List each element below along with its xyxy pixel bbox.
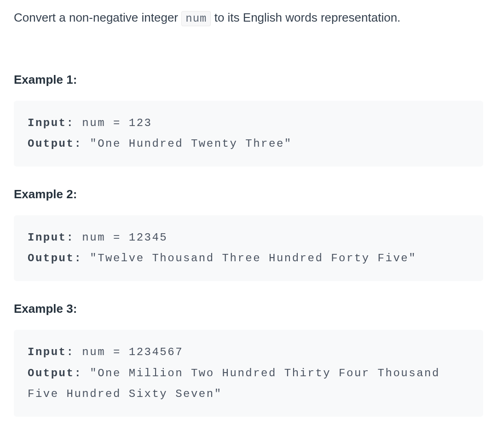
example-output-line: Output: "One Hundred Twenty Three"	[28, 133, 469, 155]
input-label: Input:	[28, 346, 74, 358]
description-text-before: Convert a non-negative integer	[14, 11, 181, 24]
example-block: Input: num = 12345 Output: "Twelve Thous…	[14, 215, 483, 281]
example-block: Input: num = 1234567 Output: "One Millio…	[14, 330, 483, 417]
output-label: Output:	[28, 367, 82, 379]
input-value: num = 123	[74, 117, 152, 129]
example-output-line: Output: "One Million Two Hundred Thirty …	[28, 363, 469, 405]
example-input-line: Input: num = 12345	[28, 227, 469, 248]
output-label: Output:	[28, 252, 82, 264]
output-value: "One Hundred Twenty Three"	[82, 138, 292, 150]
input-value: num = 12345	[74, 231, 168, 244]
example-heading: Example 3:	[14, 302, 483, 316]
example-output-line: Output: "Twelve Thousand Three Hundred F…	[28, 248, 469, 269]
inline-code-num: num	[181, 11, 211, 26]
output-value: "One Million Two Hundred Thirty Four Tho…	[28, 367, 440, 401]
description-text-after: to its English words representation.	[211, 11, 400, 24]
input-label: Input:	[28, 117, 74, 129]
input-value: num = 1234567	[74, 346, 183, 358]
example-heading: Example 2:	[14, 187, 483, 201]
example-heading: Example 1:	[14, 73, 483, 87]
example-input-line: Input: num = 123	[28, 113, 469, 134]
problem-description: Convert a non-negative integer num to it…	[14, 9, 483, 27]
output-label: Output:	[28, 138, 82, 150]
input-label: Input:	[28, 231, 74, 244]
example-block: Input: num = 123 Output: "One Hundred Tw…	[14, 101, 483, 167]
example-input-line: Input: num = 1234567	[28, 342, 469, 363]
output-value: "Twelve Thousand Three Hundred Forty Fiv…	[82, 252, 416, 264]
